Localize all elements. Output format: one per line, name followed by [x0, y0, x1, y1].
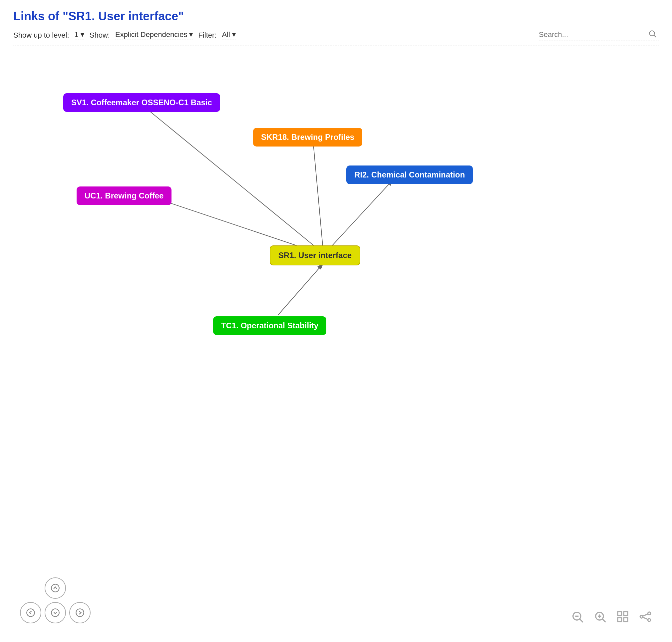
- svg-point-25: [648, 619, 651, 621]
- node-sv1[interactable]: SV1. Coffeemaker OSSENO-C1 Basic: [63, 93, 220, 112]
- nav-down-button[interactable]: [44, 602, 66, 624]
- svg-rect-22: [624, 618, 628, 622]
- svg-point-10: [51, 609, 59, 616]
- show-chevron-icon: ▾: [189, 30, 193, 39]
- svg-line-16: [603, 619, 606, 622]
- node-skr18[interactable]: SKR18. Brewing Profiles: [253, 128, 362, 146]
- toolbar: Show up to level: 1 ▾ Show: Explicit Dep…: [13, 29, 659, 46]
- layout-button[interactable]: [639, 610, 652, 624]
- svg-point-11: [76, 609, 83, 616]
- svg-line-27: [643, 617, 648, 620]
- node-tc1[interactable]: TC1. Operational Stability: [213, 316, 326, 335]
- page-header: Links of "SR1. User interface" Show up t…: [0, 0, 672, 49]
- show-level-label: Show up to level:: [13, 31, 69, 40]
- zoom-controls: [571, 610, 652, 624]
- show-dropdown[interactable]: Explicit Dependencies ▾: [115, 30, 193, 40]
- graph-area: SV1. Coffeemaker OSSENO-C1 Basic SKR18. …: [0, 47, 672, 613]
- level-dropdown[interactable]: 1 ▾: [75, 30, 84, 40]
- svg-rect-20: [624, 612, 628, 616]
- level-value: 1: [75, 30, 79, 39]
- svg-line-13: [580, 619, 583, 622]
- search-icon: [648, 29, 657, 40]
- svg-rect-21: [618, 618, 622, 622]
- svg-point-0: [649, 31, 654, 36]
- nav-up-button[interactable]: [44, 577, 66, 599]
- svg-line-5: [328, 180, 393, 251]
- zoom-in-button[interactable]: [593, 610, 607, 624]
- svg-point-24: [648, 612, 651, 615]
- nav-left-button[interactable]: [20, 602, 41, 624]
- svg-point-23: [640, 615, 643, 618]
- nav-controls: [20, 577, 91, 624]
- filter-chevron-icon: ▾: [232, 30, 236, 39]
- show-label: Show:: [90, 31, 110, 40]
- search-area: [539, 29, 659, 41]
- svg-line-4: [313, 141, 323, 249]
- svg-line-1: [654, 35, 656, 37]
- svg-point-9: [27, 609, 34, 616]
- filter-dropdown[interactable]: All ▾: [222, 30, 235, 40]
- level-chevron-icon: ▾: [81, 30, 84, 39]
- node-uc1[interactable]: UC1. Brewing Coffee: [77, 187, 171, 205]
- search-input[interactable]: [539, 30, 645, 39]
- svg-line-26: [643, 614, 648, 616]
- node-ri2[interactable]: RI2. Chemical Contamination: [346, 166, 473, 184]
- svg-line-6: [156, 198, 317, 253]
- nav-right-button[interactable]: [69, 602, 91, 624]
- zoom-out-button[interactable]: [571, 610, 584, 624]
- filter-value: All: [222, 30, 230, 39]
- svg-point-8: [51, 584, 59, 592]
- svg-line-7: [278, 264, 323, 315]
- node-sr1[interactable]: SR1. User interface: [270, 245, 360, 266]
- svg-rect-19: [618, 612, 622, 616]
- filter-label: Filter:: [198, 31, 217, 40]
- show-value: Explicit Dependencies: [115, 30, 187, 39]
- page-title: Links of "SR1. User interface": [13, 9, 659, 23]
- fit-view-button[interactable]: [616, 610, 629, 624]
- nav-row: [20, 602, 91, 624]
